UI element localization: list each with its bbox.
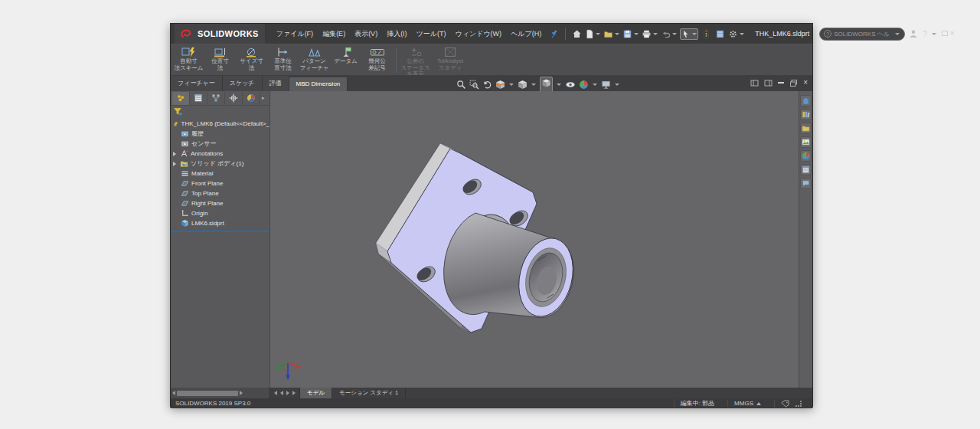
nav-next-icon[interactable] [286,391,289,395]
dropdown-icon[interactable] [692,33,697,35]
document-minimize-icon[interactable] [778,82,784,84]
dropdown-icon[interactable] [557,84,561,86]
panel-horizontal-scrollbar[interactable] [171,388,270,398]
menu-window[interactable]: ウィンドウ(W) [451,28,507,41]
search-input[interactable] [834,31,889,38]
tree-item-origin[interactable]: Origin [171,208,270,218]
tree-item-part-root[interactable]: THK_LMK6 (Default<<Default>_ [171,119,270,129]
open-document-button[interactable] [603,29,620,39]
custom-properties-tab[interactable] [800,164,812,175]
search-icon[interactable] [891,30,892,38]
tab-property-manager[interactable] [190,92,207,105]
design-library-tab[interactable] [800,109,812,120]
panel-tabs-overflow-icon[interactable]: ▸ [262,95,265,101]
solidworks-resources-tab[interactable] [800,95,812,106]
menu-tools[interactable]: ツール(T) [412,28,451,41]
file-properties-button[interactable] [714,28,726,40]
menu-file[interactable]: ファイル(F) [272,28,318,41]
nav-first-icon[interactable] [274,391,277,395]
rebuild-button[interactable] [701,28,712,40]
hide-show-items-icon[interactable] [565,80,576,90]
dropdown-icon[interactable] [653,33,658,35]
tree-item-annotations[interactable]: Annotations [171,149,270,159]
tab-display-manager[interactable] [243,92,260,105]
pin-menu-icon[interactable] [548,28,560,40]
undo-button[interactable] [661,29,678,39]
dropdown-icon[interactable] [593,84,597,86]
tab-feature-tree[interactable] [172,92,190,105]
dropdown-icon[interactable] [672,33,677,35]
help-button[interactable]: ? [923,30,927,38]
tab-model[interactable]: モデル [300,388,332,398]
zoom-to-fit-icon[interactable] [456,80,466,90]
units-dropdown-icon[interactable] [756,402,761,405]
expand-arrow-icon[interactable] [173,152,176,156]
appearances-scenes-tab[interactable] [800,150,812,162]
document-close-button[interactable]: × [803,77,808,88]
dropdown-icon[interactable] [531,84,536,86]
home-button[interactable] [571,28,583,40]
tree-item-part-file[interactable]: LMK6.sldprt [171,218,270,228]
dropdown-icon[interactable] [634,33,639,35]
tag-status[interactable] [774,400,808,408]
tab-evaluate[interactable]: 評価 [263,76,289,91]
menu-view[interactable]: 表示(V) [350,28,382,41]
tab-dimxpert-manager[interactable] [225,92,243,105]
zoom-to-area-icon[interactable] [469,80,479,90]
tab-mbd-dimension[interactable]: MBD Dimension [289,77,348,91]
dropdown-icon[interactable] [740,33,744,35]
model-3d-flanged-bushing[interactable] [368,139,602,357]
tab-motion-study[interactable]: モーション スタディ 1 [332,388,406,398]
ribbon-button-datum[interactable]: データム [331,46,361,65]
dropdown-icon[interactable] [596,33,600,35]
display-style-button[interactable] [540,77,553,92]
print-button[interactable] [642,29,658,39]
menu-edit[interactable]: 編集(E) [318,28,350,41]
view-orientation-icon[interactable] [518,80,528,90]
expand-arrow-icon[interactable] [173,162,176,166]
nav-last-icon[interactable] [292,391,296,395]
previous-view-icon[interactable] [482,80,492,90]
tree-item-sensors[interactable]: センサー [171,139,270,149]
ribbon-button-datum-location-dimension[interactable]: 基準位 置寸法 [268,46,298,71]
dropdown-icon[interactable] [615,33,619,35]
login-user-icon[interactable] [907,28,919,40]
filter-funnel-icon[interactable] [173,107,182,116]
help-dropdown-icon[interactable] [932,33,936,35]
ribbon-button-geometric-tolerance[interactable]: 幾何公 差記号 [362,46,392,71]
tree-item-history[interactable]: 履歴 [171,129,270,139]
view-palette-tab[interactable] [800,136,812,148]
dropdown-icon[interactable] [615,84,619,86]
view-settings-icon[interactable] [601,80,611,90]
edit-appearance-icon[interactable] [579,80,589,90]
split-pane-right-icon[interactable] [764,79,773,87]
close-button[interactable]: × [950,25,955,43]
units-selector[interactable]: MMGS [727,400,767,407]
tree-item-right-plane[interactable]: Right Plane [171,198,270,208]
resize-grip[interactable] [795,401,802,407]
save-button[interactable] [622,29,639,39]
file-explorer-tab[interactable] [800,123,812,134]
ribbon-button-pattern-feature[interactable]: パターン フィーチャ [299,46,329,71]
scroll-right-icon[interactable] [240,391,243,395]
tree-item-front-plane[interactable]: Front Plane [171,178,270,188]
search-dropdown-icon[interactable] [895,33,900,35]
menu-help[interactable]: ヘルプ(H) [506,28,546,41]
split-pane-left-icon[interactable] [750,79,759,87]
graphics-viewport[interactable] [270,91,799,388]
scrollbar-thumb[interactable] [177,391,238,396]
tab-features[interactable]: フィーチャー [171,76,223,91]
new-document-button[interactable] [585,29,601,39]
document-restore-icon[interactable] [789,79,798,87]
select-tool-button[interactable] [680,28,698,40]
scroll-left-icon[interactable] [172,391,175,395]
section-view-icon[interactable] [495,80,505,90]
tab-configuration-manager[interactable] [207,92,225,105]
tree-item-top-plane[interactable]: Top Plane [171,188,270,198]
maximize-button[interactable] [942,25,948,43]
menu-insert[interactable]: 挿入(I) [382,28,412,41]
tree-item-solid-bodies[interactable]: ソリッド ボディ(1) [171,159,270,169]
ribbon-button-auto-dimension-scheme[interactable]: 自動寸 法スキーム [174,46,204,71]
dropdown-icon[interactable] [509,84,514,86]
solidworks-forum-tab[interactable] [800,178,812,189]
